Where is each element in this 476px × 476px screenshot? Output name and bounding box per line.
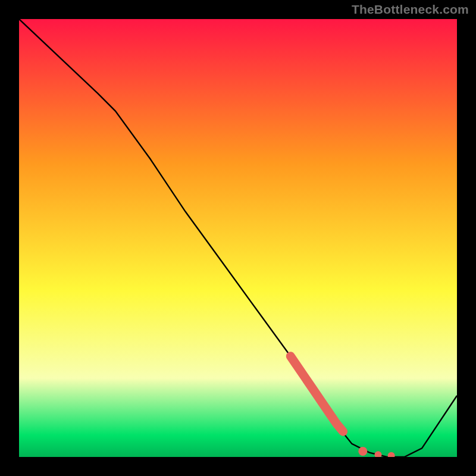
plot-area: [19, 19, 457, 457]
chart-stage: TheBottleneck.com: [0, 0, 476, 476]
attribution-text: TheBottleneck.com: [352, 2, 469, 17]
accent-dot: [358, 447, 367, 456]
heatmap-background: [19, 19, 457, 457]
chart-svg: [19, 19, 457, 457]
